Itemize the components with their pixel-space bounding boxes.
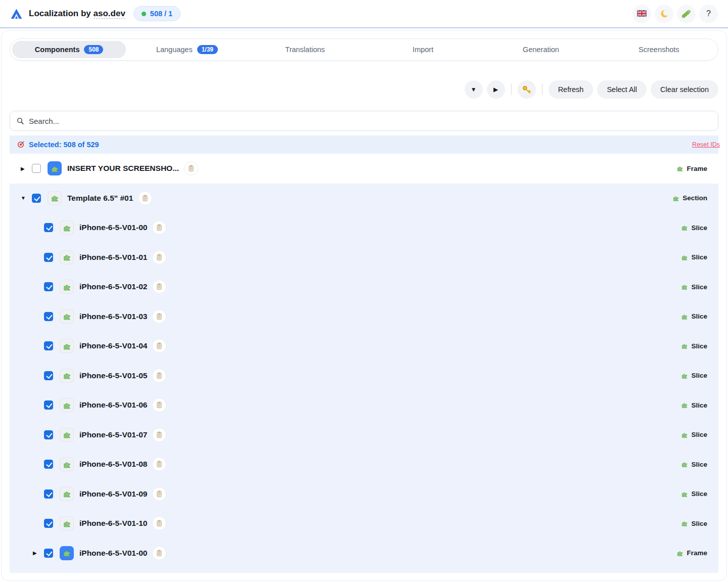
- tab-import[interactable]: Import: [364, 39, 482, 60]
- row-checkbox[interactable]: [44, 341, 53, 350]
- row-checkbox[interactable]: [44, 549, 53, 558]
- caterpillar-icon: [681, 9, 691, 19]
- row-checkbox[interactable]: [44, 253, 53, 262]
- api-key-button[interactable]: [518, 80, 536, 99]
- tree-row[interactable]: iPhone-6-5-V01-02 Slice: [10, 272, 718, 302]
- copy-name-button[interactable]: [152, 516, 166, 530]
- layer-type-label: Slice: [681, 342, 718, 350]
- debug-button[interactable]: [677, 5, 696, 23]
- tree-row[interactable]: iPhone-6-5-V01-09 Slice: [10, 479, 718, 509]
- row-checkbox[interactable]: [44, 223, 53, 232]
- layer-puzzle-icon: [60, 220, 74, 235]
- row-checkbox[interactable]: [44, 400, 53, 410]
- tree-row[interactable]: iPhone-6-5-V01-00 Slice: [10, 213, 718, 243]
- row-checkbox[interactable]: [32, 194, 41, 203]
- row-checkbox[interactable]: [44, 489, 53, 499]
- key-icon: [522, 85, 531, 95]
- tab-label: Import: [413, 46, 433, 54]
- tree-row[interactable]: ▶ INSERT YOUR SCREENSHO... Frame: [10, 154, 718, 184]
- expand-arrow-icon[interactable]: ▶: [21, 166, 32, 171]
- tree-row[interactable]: iPhone-6-5-V01-06 Slice: [10, 390, 718, 420]
- expand-arrow-icon[interactable]: ▶: [33, 550, 44, 556]
- tab-languages-badge: 1/39: [197, 45, 218, 54]
- tree-row[interactable]: ▶ iPhone-6-5-V01-00 Frame: [10, 539, 718, 568]
- tree-row[interactable]: iPhone-6-5-V01-04 Slice: [10, 331, 718, 361]
- search-icon: [16, 117, 25, 125]
- layer-type-text: Slice: [691, 490, 707, 498]
- tree-row[interactable]: ▼ Template 6.5" #01 Section: [10, 184, 718, 213]
- tree-row[interactable]: iPhone-6-5-V01-10 Slice: [10, 509, 718, 539]
- layer-puzzle-icon: [60, 457, 74, 471]
- language-flag-button[interactable]: [632, 5, 651, 23]
- expand-all-button[interactable]: ▶: [487, 80, 505, 99]
- layer-name: iPhone-6-5-V01-10: [79, 519, 147, 528]
- app-header: Localization by aso.dev 508 / 1 ?: [0, 0, 728, 28]
- tab-generation[interactable]: Generation: [482, 39, 600, 60]
- reset-ids-link[interactable]: Reset IDs: [692, 141, 720, 148]
- layer-puzzle-icon: [60, 516, 74, 530]
- layer-puzzle-icon: [48, 191, 62, 205]
- layer-type-text: Slice: [691, 283, 707, 291]
- tab-label: Components: [35, 46, 80, 54]
- copy-name-button[interactable]: [152, 546, 166, 560]
- row-checkbox[interactable]: [44, 312, 53, 321]
- layer-puzzle-icon: [60, 280, 74, 294]
- copy-name-button[interactable]: [152, 428, 166, 442]
- tab-components[interactable]: Components 508: [12, 41, 126, 58]
- tab-bar: Components 508 Languages 1/39 Translatio…: [10, 38, 718, 61]
- tree-row[interactable]: iPhone-6-5-V01-03 Slice: [10, 302, 718, 332]
- tree-row[interactable]: iPhone-6-5-V01-01 Slice: [10, 243, 718, 273]
- copy-name-button[interactable]: [152, 487, 166, 501]
- copy-name-button[interactable]: [152, 309, 166, 324]
- copy-name-button[interactable]: [184, 161, 198, 175]
- copy-name-button[interactable]: [138, 191, 152, 205]
- collapse-all-button[interactable]: ▼: [465, 80, 483, 99]
- clear-selection-button[interactable]: Clear selection: [651, 80, 718, 99]
- copy-name-button[interactable]: [152, 250, 166, 264]
- tab-translations[interactable]: Translations: [246, 39, 364, 60]
- copy-name-button[interactable]: [152, 339, 166, 353]
- tab-languages[interactable]: Languages 1/39: [128, 39, 246, 60]
- row-checkbox[interactable]: [44, 460, 53, 469]
- help-button[interactable]: ?: [699, 5, 718, 23]
- clipboard-icon: [156, 550, 163, 557]
- row-checkbox[interactable]: [44, 430, 53, 439]
- row-checkbox[interactable]: [44, 519, 53, 528]
- tree-row[interactable]: iPhone-6-5-V01-05 Slice: [10, 361, 718, 391]
- aso-dev-logo-icon: [10, 8, 23, 20]
- layer-name: iPhone-6-5-V01-06: [79, 400, 147, 410]
- puzzle-icon: [681, 313, 688, 320]
- expand-arrow-icon[interactable]: ▼: [21, 195, 32, 201]
- row-checkbox[interactable]: [44, 282, 53, 291]
- tab-label: Screenshots: [639, 46, 679, 54]
- layer-puzzle-icon: [60, 309, 74, 324]
- copy-name-button[interactable]: [152, 280, 166, 294]
- uk-flag-icon: [637, 10, 647, 17]
- layer-type-text: Frame: [687, 165, 707, 172]
- layer-type-label: Slice: [681, 431, 718, 438]
- clipboard-icon: [156, 401, 163, 409]
- row-checkbox[interactable]: [32, 164, 41, 173]
- puzzle-icon: [681, 461, 688, 468]
- row-checkbox[interactable]: [44, 371, 53, 380]
- copy-name-button[interactable]: [152, 457, 166, 471]
- copy-name-button[interactable]: [152, 369, 166, 383]
- layer-puzzle-icon: [60, 428, 74, 442]
- tab-screenshots[interactable]: Screenshots: [600, 39, 718, 60]
- tab-label: Languages: [156, 46, 193, 54]
- puzzle-icon: [676, 165, 684, 172]
- copy-name-button[interactable]: [152, 220, 166, 235]
- header-actions: ?: [632, 5, 718, 23]
- puzzle-icon: [681, 372, 688, 379]
- puzzle-icon: [681, 490, 688, 498]
- clipboard-icon: [156, 254, 163, 261]
- refresh-button[interactable]: Refresh: [549, 80, 594, 99]
- tree-row[interactable]: iPhone-6-5-V01-08 Slice: [10, 450, 718, 479]
- dark-mode-button[interactable]: [655, 5, 673, 23]
- aso-dev-link[interactable]: aso.dev: [94, 9, 125, 19]
- copy-name-button[interactable]: [152, 398, 166, 412]
- search-input[interactable]: [29, 117, 712, 125]
- select-all-button[interactable]: Select All: [597, 80, 647, 99]
- tree-row[interactable]: iPhone-6-5-V01-07 Slice: [10, 420, 718, 450]
- layer-name: iPhone-6-5-V01-01: [79, 253, 147, 262]
